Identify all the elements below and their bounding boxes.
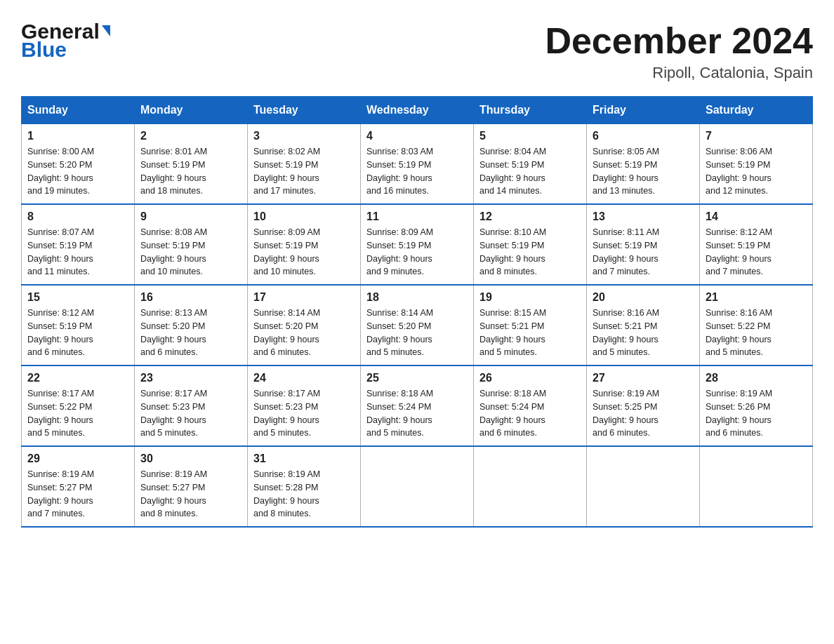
table-row [587,446,700,527]
day-info: Sunrise: 8:15 AM Sunset: 5:21 PM Dayligh… [479,307,581,359]
table-row: 23 Sunrise: 8:17 AM Sunset: 5:23 PM Dayl… [135,365,248,446]
table-row: 6 Sunrise: 8:05 AM Sunset: 5:19 PM Dayli… [587,124,700,205]
day-info: Sunrise: 8:17 AM Sunset: 5:22 PM Dayligh… [27,387,128,440]
calendar-title: December 2024 [545,21,813,61]
table-row: 2 Sunrise: 8:01 AM Sunset: 5:19 PM Dayli… [135,124,248,205]
day-info: Sunrise: 8:12 AM Sunset: 5:19 PM Dayligh… [706,226,807,279]
col-sunday: Sunday [22,97,135,124]
day-number: 14 [706,210,807,223]
table-row: 26 Sunrise: 8:18 AM Sunset: 5:24 PM Dayl… [474,365,587,446]
calendar-week-row: 8 Sunrise: 8:07 AM Sunset: 5:19 PM Dayli… [22,204,813,285]
day-info: Sunrise: 8:02 AM Sunset: 5:19 PM Dayligh… [253,145,355,198]
table-row: 1 Sunrise: 8:00 AM Sunset: 5:20 PM Dayli… [22,124,135,205]
day-number: 11 [366,210,468,223]
day-number: 10 [253,210,355,223]
calendar-week-row: 1 Sunrise: 8:00 AM Sunset: 5:20 PM Dayli… [22,124,813,205]
day-info: Sunrise: 8:05 AM Sunset: 5:19 PM Dayligh… [593,145,694,198]
day-number: 26 [479,372,581,384]
day-info: Sunrise: 8:01 AM Sunset: 5:19 PM Dayligh… [140,145,241,198]
logo-triangle-icon [102,25,110,36]
table-row: 18 Sunrise: 8:14 AM Sunset: 5:20 PM Dayl… [361,285,474,365]
day-info: Sunrise: 8:10 AM Sunset: 5:19 PM Dayligh… [479,226,581,279]
day-number: 5 [479,130,581,142]
table-row: 25 Sunrise: 8:18 AM Sunset: 5:24 PM Dayl… [361,365,474,446]
col-thursday: Thursday [474,97,587,124]
day-info: Sunrise: 8:16 AM Sunset: 5:22 PM Dayligh… [706,307,807,359]
calendar-week-row: 29 Sunrise: 8:19 AM Sunset: 5:27 PM Dayl… [22,446,813,527]
col-tuesday: Tuesday [248,97,361,124]
day-info: Sunrise: 8:14 AM Sunset: 5:20 PM Dayligh… [253,307,355,359]
table-row: 27 Sunrise: 8:19 AM Sunset: 5:25 PM Dayl… [587,365,700,446]
table-row: 17 Sunrise: 8:14 AM Sunset: 5:20 PM Dayl… [248,285,361,365]
day-number: 3 [253,130,355,142]
day-info: Sunrise: 8:14 AM Sunset: 5:20 PM Dayligh… [366,307,468,359]
day-info: Sunrise: 8:11 AM Sunset: 5:19 PM Dayligh… [593,226,694,279]
col-friday: Friday [587,97,700,124]
day-number: 12 [479,210,581,223]
day-info: Sunrise: 8:00 AM Sunset: 5:20 PM Dayligh… [27,145,128,198]
table-row: 24 Sunrise: 8:17 AM Sunset: 5:23 PM Dayl… [248,365,361,446]
day-number: 2 [140,130,241,142]
day-number: 15 [27,291,128,304]
calendar-header-row: Sunday Monday Tuesday Wednesday Thursday… [22,97,813,124]
day-info: Sunrise: 8:18 AM Sunset: 5:24 PM Dayligh… [479,387,581,440]
calendar-week-row: 22 Sunrise: 8:17 AM Sunset: 5:22 PM Dayl… [22,365,813,446]
day-number: 22 [27,372,128,384]
table-row: 19 Sunrise: 8:15 AM Sunset: 5:21 PM Dayl… [474,285,587,365]
day-number: 4 [366,130,468,142]
table-row: 3 Sunrise: 8:02 AM Sunset: 5:19 PM Dayli… [248,124,361,205]
col-saturday: Saturday [700,97,813,124]
day-number: 19 [479,291,581,304]
day-number: 30 [140,452,241,465]
day-number: 25 [366,372,468,384]
day-info: Sunrise: 8:17 AM Sunset: 5:23 PM Dayligh… [253,387,355,440]
table-row: 20 Sunrise: 8:16 AM Sunset: 5:21 PM Dayl… [587,285,700,365]
day-info: Sunrise: 8:17 AM Sunset: 5:23 PM Dayligh… [140,387,241,440]
day-number: 16 [140,291,241,304]
day-info: Sunrise: 8:19 AM Sunset: 5:27 PM Dayligh… [27,468,128,521]
day-info: Sunrise: 8:13 AM Sunset: 5:20 PM Dayligh… [140,307,241,359]
day-number: 8 [27,210,128,223]
day-number: 17 [253,291,355,304]
day-info: Sunrise: 8:19 AM Sunset: 5:26 PM Dayligh… [706,387,807,440]
day-number: 28 [706,372,807,384]
day-info: Sunrise: 8:18 AM Sunset: 5:24 PM Dayligh… [366,387,468,440]
table-row: 7 Sunrise: 8:06 AM Sunset: 5:19 PM Dayli… [700,124,813,205]
day-number: 18 [366,291,468,304]
day-info: Sunrise: 8:19 AM Sunset: 5:28 PM Dayligh… [253,468,355,521]
logo: General Blue [21,21,110,60]
table-row: 11 Sunrise: 8:09 AM Sunset: 5:19 PM Dayl… [361,204,474,285]
table-row: 31 Sunrise: 8:19 AM Sunset: 5:28 PM Dayl… [248,446,361,527]
logo-blue-text: Blue [21,39,110,60]
day-number: 27 [593,372,694,384]
day-info: Sunrise: 8:03 AM Sunset: 5:19 PM Dayligh… [366,145,468,198]
calendar-subtitle: Ripoll, Catalonia, Spain [545,64,813,82]
table-row: 22 Sunrise: 8:17 AM Sunset: 5:22 PM Dayl… [22,365,135,446]
day-number: 23 [140,372,241,384]
day-info: Sunrise: 8:04 AM Sunset: 5:19 PM Dayligh… [479,145,581,198]
day-info: Sunrise: 8:16 AM Sunset: 5:21 PM Dayligh… [593,307,694,359]
table-row [474,446,587,527]
day-info: Sunrise: 8:09 AM Sunset: 5:19 PM Dayligh… [366,226,468,279]
day-number: 9 [140,210,241,223]
day-info: Sunrise: 8:08 AM Sunset: 5:19 PM Dayligh… [140,226,241,279]
table-row: 8 Sunrise: 8:07 AM Sunset: 5:19 PM Dayli… [22,204,135,285]
table-row: 28 Sunrise: 8:19 AM Sunset: 5:26 PM Dayl… [700,365,813,446]
table-row: 5 Sunrise: 8:04 AM Sunset: 5:19 PM Dayli… [474,124,587,205]
calendar-week-row: 15 Sunrise: 8:12 AM Sunset: 5:19 PM Dayl… [22,285,813,365]
table-row: 12 Sunrise: 8:10 AM Sunset: 5:19 PM Dayl… [474,204,587,285]
table-row: 15 Sunrise: 8:12 AM Sunset: 5:19 PM Dayl… [22,285,135,365]
title-area: December 2024 Ripoll, Catalonia, Spain [545,21,813,82]
day-number: 6 [593,130,694,142]
table-row: 10 Sunrise: 8:09 AM Sunset: 5:19 PM Dayl… [248,204,361,285]
table-row: 9 Sunrise: 8:08 AM Sunset: 5:19 PM Dayli… [135,204,248,285]
calendar-table: Sunday Monday Tuesday Wednesday Thursday… [21,96,813,528]
day-info: Sunrise: 8:12 AM Sunset: 5:19 PM Dayligh… [27,307,128,359]
table-row: 13 Sunrise: 8:11 AM Sunset: 5:19 PM Dayl… [587,204,700,285]
col-wednesday: Wednesday [361,97,474,124]
day-number: 24 [253,372,355,384]
day-info: Sunrise: 8:19 AM Sunset: 5:27 PM Dayligh… [140,468,241,521]
day-number: 21 [706,291,807,304]
day-info: Sunrise: 8:19 AM Sunset: 5:25 PM Dayligh… [593,387,694,440]
table-row: 16 Sunrise: 8:13 AM Sunset: 5:20 PM Dayl… [135,285,248,365]
